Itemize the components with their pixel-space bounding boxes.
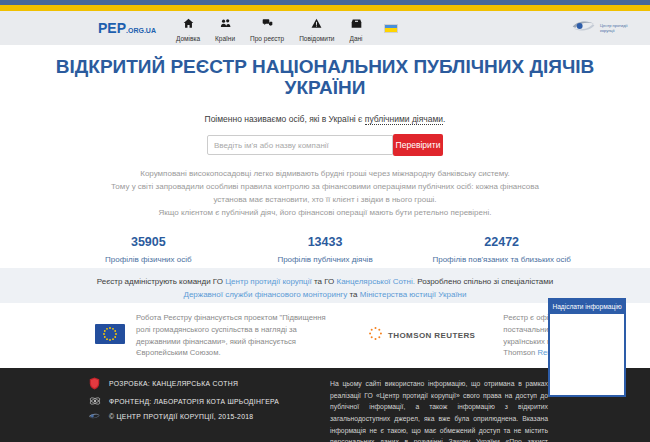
check-button[interactable]: Перевірити [393,134,443,156]
nav-label: Дані [350,35,363,42]
send-info-panel: Надіслати інформацію [548,298,626,397]
antac-logo-text: Центр протидії корупції [600,23,630,33]
legal-disclaimer: На цьому сайті використано інформацію, щ… [330,378,548,442]
eye-icon [88,412,101,420]
stat-public-figures: 13433 Профілів публічних діячів [237,235,414,264]
stat-value: 35905 [60,235,237,249]
atom-icon [88,395,101,407]
title-line-1: ВІДКРИТИЙ РЕЄСТР НАЦІОНАЛЬНИХ ПУБЛІЧНИХ … [56,56,594,77]
logo-main-text: PEP [98,20,126,36]
nav-item-countries[interactable]: Країни [215,15,235,42]
nav-label: Країни [215,35,235,42]
credit-label: © ЦЕНТР ПРОТИДІЇ КОРУПЦІЇ, 2015-2018 [109,413,253,420]
subtitle: Поіменно називаємо осіб, які в Україні є… [0,114,650,124]
hero-section: ВІДКРИТИЙ РЕЄСТР НАЦІОНАЛЬНИХ ПУБЛІЧНИХ … [0,45,650,268]
intro-description: Корумповані високопосадовці легко відмив… [103,168,548,220]
ministry-justice-link[interactable]: Міністерства юстиції України [360,290,467,299]
nav-item-report[interactable]: Повідомити [299,15,334,42]
search-input[interactable] [207,135,393,155]
public-figures-link[interactable]: публічними діячами [365,114,443,125]
data-box-icon [351,15,362,33]
fin-monitoring-link[interactable]: Державної служби фінансового моніторингу [183,290,347,299]
title-line-2: УКРАЇНИ [285,77,366,98]
nav-item-about[interactable]: Про реєстр [250,15,284,42]
people-icon [220,15,231,33]
description-line: Корумповані високопосадовці легко відмив… [103,168,548,181]
admin-text: Реєстр адмініструють команди ГО [97,277,225,286]
logo-suffix-text: .ORG.UA [126,27,156,34]
chat-icon [262,15,273,33]
site-logo[interactable]: PEP.ORG.UA [98,19,156,37]
credit-label: РОЗРОБКА: КАНЦЕЛЯРСЬКА СОТНЯ [109,380,238,387]
send-info-panel-header[interactable]: Надіслати інформацію [550,300,624,314]
description-line: Тому у світі запровадили особливі правил… [103,181,548,207]
stat-label: Профілів пов'язаних та близьких осіб [413,255,590,264]
credit-label: ФРОНТЕНД: ЛАБОРАТОРІЯ КОТА ШРЬОДІНГЕРА [109,398,279,405]
kantselyarska-sotnya-link[interactable]: Канцелярської Сотні. [337,277,415,286]
antac-link[interactable]: Центр протидії корупції [225,277,312,286]
admin-text: та [347,290,359,299]
page-title: ВІДКРИТИЙ РЕЄСТР НАЦІОНАЛЬНИХ ПУБЛІЧНИХ … [45,57,605,98]
thomson-reuters-icon [368,326,383,345]
subtitle-suffix: . [443,114,445,124]
ukraine-flag-icon[interactable] [384,24,398,33]
page: PEP.ORG.UA Домівка Країни Про реєстр Пов… [0,0,650,442]
nav-item-data[interactable]: Дані [350,15,363,42]
site-header: PEP.ORG.UA Домівка Країни Про реєстр Пов… [0,11,650,45]
alert-icon [311,15,322,33]
stat-value: 22472 [413,235,590,249]
search-row: Перевірити [0,134,650,156]
admin-text: та ГО [312,277,337,286]
nav-label: Домівка [176,35,200,42]
nav-label: Повідомити [299,35,334,42]
antac-logo[interactable]: Центр протидії корупції [571,19,630,37]
thomson-reuters-label: THOMSON REUTERS [388,331,475,340]
admin-text: Розроблено спільно зі спеціалістами [415,277,553,286]
eu-flag-icon [95,324,125,348]
stats-row: 35905 Профілів фізичних осіб 13433 Профі… [60,235,590,264]
thomson-reuters-logo: THOMSON REUTERS [368,326,475,345]
eye-icon [571,19,597,37]
shield-icon [88,377,101,390]
eu-funding-text: Робота Реєстру фінансується проектом "Пі… [136,312,332,358]
stat-label: Профілів публічних діячів [237,255,414,264]
description-line: Якщо клієнтом є публічний діяч, його фін… [103,207,548,220]
nav-label: Про реєстр [250,35,284,42]
main-nav: Домівка Країни Про реєстр Повідомити Дан… [176,15,398,42]
stat-individuals: 35905 Профілів фізичних осіб [60,235,237,264]
stat-label: Профілів фізичних осіб [60,255,237,264]
stat-related-persons: 22472 Профілів пов'язаних та близьких ос… [413,235,590,264]
subtitle-prefix: Поіменно називаємо осіб, які в Україні є [205,114,365,124]
home-icon [183,15,194,33]
nav-item-home[interactable]: Домівка [176,15,200,42]
stat-value: 13433 [237,235,414,249]
